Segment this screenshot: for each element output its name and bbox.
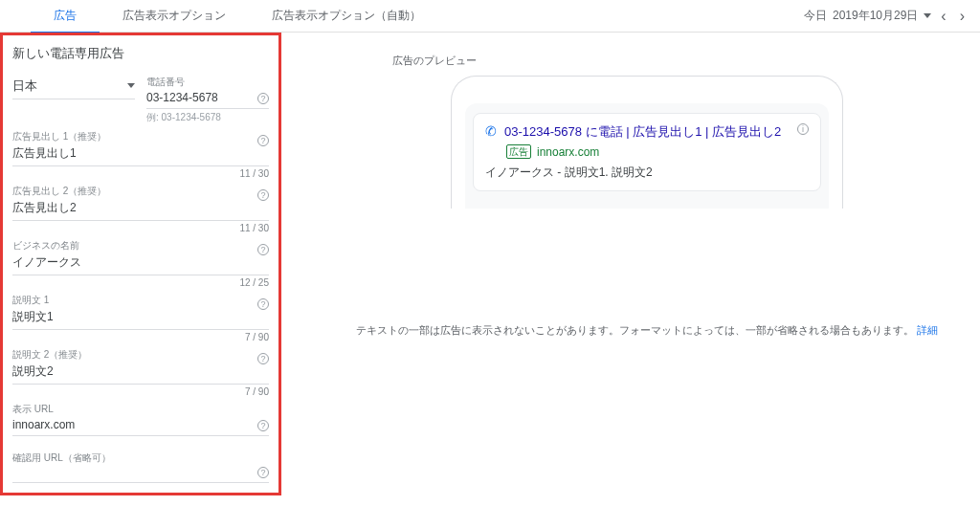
ad-badge: 広告 [506, 144, 531, 159]
chevron-down-icon [924, 13, 931, 18]
country-field[interactable]: 日本 [12, 70, 135, 99]
desc1-field[interactable]: 説明文 1 説明文1 ? [12, 288, 269, 330]
phone-label: 電話番号 [146, 76, 269, 89]
date-range-value: 2019年10月29日 [833, 8, 918, 24]
ad-headline: 03-1234-5678 に電話 | 広告見出し1 | 広告見出し2 [504, 123, 781, 141]
chevron-down-icon [127, 83, 135, 88]
headline2-field[interactable]: 広告見出し 2（推奨） 広告見出し2 ? [12, 179, 269, 221]
display-url-field[interactable]: 表示 URL innoarx.com ? [12, 397, 269, 436]
help-icon[interactable]: ? [257, 420, 269, 431]
field-value: 説明文1 [12, 307, 269, 325]
phone-value: 03-1234-5678 [146, 89, 269, 104]
field-value: 説明文2 [12, 362, 269, 380]
tab-ad[interactable]: 広告 [31, 0, 100, 33]
help-icon[interactable]: ? [257, 93, 269, 104]
char-count: 7 / 90 [12, 385, 269, 397]
field-value: 広告見出し1 [12, 143, 269, 162]
field-label: 広告見出し 2（推奨） [12, 185, 269, 198]
field-label: 広告見出し 1（推奨） [12, 130, 269, 143]
field-value: 広告見出し2 [12, 198, 269, 216]
headline1-field[interactable]: 広告見出し 1（推奨） 広告見出し1 ? [12, 124, 269, 166]
field-label: ビジネスの名前 [12, 239, 269, 253]
field-label: 確認用 URL（省略可） [12, 451, 269, 465]
date-prev-button[interactable]: ‹ [937, 8, 949, 25]
field-label: 説明文 2（推奨） [12, 348, 269, 362]
phone-icon: ✆ [485, 123, 497, 139]
preview-footnote: テキストの一部は広告に表示されないことがあります。フォーマットによっては、一部が… [325, 323, 969, 338]
date-range-picker[interactable]: 今日 2019年10月29日 ‹ › [804, 8, 980, 25]
help-icon[interactable]: ? [257, 467, 269, 478]
phone-preview: ✆ 03-1234-5678 に電話 | 広告見出し1 | 広告見出し2 i 広… [451, 76, 843, 209]
tab-extensions[interactable]: 広告表示オプション [100, 0, 249, 33]
field-value [12, 465, 269, 478]
char-count: 11 / 30 [12, 166, 269, 179]
business-field[interactable]: ビジネスの名前 イノアークス ? [12, 233, 269, 275]
tab-extensions-auto[interactable]: 広告表示オプション（自動） [249, 0, 444, 33]
date-range-label: 今日 [804, 8, 827, 24]
preview-label: 広告のプレビュー [325, 38, 969, 76]
help-icon[interactable]: ? [257, 189, 269, 201]
ad-preview-card: ✆ 03-1234-5678 に電話 | 広告見出し1 | 広告見出し2 i 広… [473, 113, 821, 191]
ad-display-url: innoarx.com [537, 145, 599, 159]
details-link[interactable]: 詳細 [917, 324, 938, 336]
country-value: 日本 [12, 76, 37, 95]
char-count: 12 / 25 [12, 275, 269, 288]
ad-description: イノアークス - 説明文1. 説明文2 [485, 159, 809, 181]
help-icon[interactable]: ? [257, 135, 269, 146]
phone-field[interactable]: 電話番号 03-1234-5678 ? [146, 70, 269, 109]
help-icon[interactable]: ? [257, 353, 269, 364]
call-report-warning: ▲ 通話レポートが無効であるため、通話データが収集されていません。通話レポートを… [0, 495, 281, 506]
field-label: 表示 URL [12, 403, 269, 416]
char-count: 7 / 90 [12, 330, 269, 342]
call-ad-form: 新しい電話専用広告 日本 電話番号 03-1234-5678 ? [0, 33, 281, 495]
field-value: innoarx.com [12, 416, 269, 431]
desc2-field[interactable]: 説明文 2（推奨） 説明文2 ? [12, 342, 269, 385]
help-icon[interactable]: ? [257, 244, 269, 255]
help-icon[interactable]: ? [257, 298, 269, 310]
char-count: 11 / 30 [12, 221, 269, 233]
info-icon[interactable]: i [797, 123, 809, 135]
date-next-button[interactable]: › [956, 8, 969, 25]
form-title: 新しい電話専用広告 [12, 41, 269, 70]
verify-url-field[interactable]: 確認用 URL（省略可） ? [12, 436, 269, 483]
phone-hint: 例: 03-1234-5678 [146, 109, 269, 124]
field-value: イノアークス [12, 253, 269, 271]
field-label: 説明文 1 [12, 294, 269, 307]
